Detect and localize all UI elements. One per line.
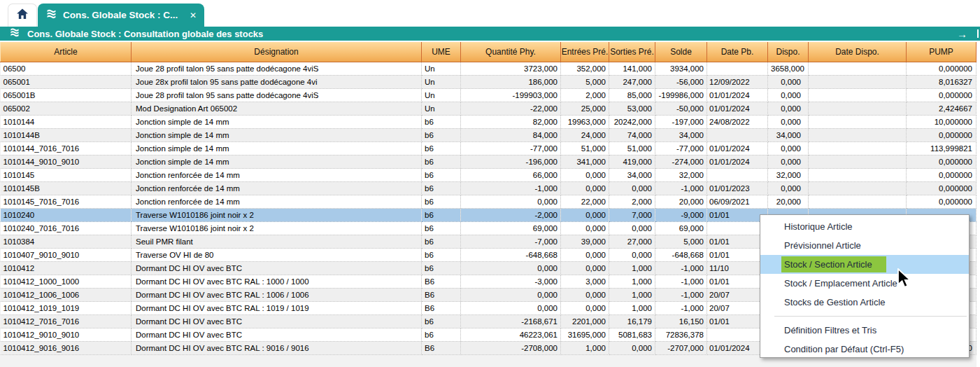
cell-quantite_phy: -3,000 [461,275,561,288]
cell-sorties_pre: 34,000 [609,168,655,181]
cell-designation: Dormant DC HI OV avec BTC RAL : 9016 / 9… [132,341,422,354]
cell-date_pb: 24/08/2022 [707,115,768,128]
cell-entrees_pre: 1,000 [561,341,609,354]
header-row: ArticleDésignationUMEQuantité Phy.Entrée… [1,41,977,62]
column-header-article[interactable]: Article [1,41,132,62]
table-row[interactable]: 1010144BJonction simple de 14 mmb684,000… [1,128,977,141]
cell-quantite_phy: -1,000 [461,181,561,195]
table-row[interactable]: 06500Joue 28 profil talon 95 sans patte … [1,62,977,75]
menu-item-stock-section-article[interactable]: Stock / Section Article [760,255,969,274]
cell-article: 065001 [1,75,132,88]
menu-separator [774,316,967,317]
cell-entrees_pre: 341,000 [561,155,609,168]
cell-article: 1010412_1006_1006 [1,288,132,301]
column-header-solde[interactable]: Solde [655,41,707,62]
cell-quantite_phy: 66,000 [461,168,561,181]
cell-sorties_pre: 1,000 [609,301,655,314]
cell-solde: -2707,000 [655,341,707,354]
menu-item-condition-par-d-faut-ctrl-f5[interactable]: Condition par Défaut (Ctrl-F5) [760,340,969,359]
column-header-quantite_phy[interactable]: Quantité Phy. [461,41,561,62]
tab-cons-globale-stock[interactable]: Cons. Globale Stock : C... ✕ [38,4,204,27]
cell-article: 1010412_1019_1019 [1,301,132,314]
cell-article: 1010144 [1,115,132,128]
cell-quantite_phy: 3723,000 [461,62,561,75]
close-icon[interactable]: ✕ [184,11,204,20]
cell-dispo: 20,000 [768,195,809,208]
cell-designation: Traverse OV HI de 80 [132,248,422,261]
cell-date_pb: 20/07 [707,288,768,301]
cell-entrees_pre: 0,000 [561,181,609,195]
cell-dispo: 34,000 [768,128,809,141]
table-row[interactable]: 065001Joue 28x profil talon 95 sans patt… [1,75,977,88]
cell-date_dispo [809,168,907,181]
column-header-designation[interactable]: Désignation [132,41,422,62]
cell-sorties_pre: 247,000 [609,75,655,88]
cell-dispo: 0,000 [768,88,809,102]
table-row[interactable]: 1010145Jonction renforcée de 14 mmb666,0… [1,168,977,181]
table-row[interactable]: 1010144_7016_7016Jonction simple de 14 m… [1,141,977,155]
cell-date_pb: 01/01 [707,314,768,328]
cell-date_pb: 01/01/2024 [707,141,768,155]
cell-entrees_pre: 0,000 [561,208,609,221]
menu-item-pr-visionnel-article[interactable]: Prévisionnel Article [760,236,969,255]
column-header-ume[interactable]: UME [422,41,461,62]
menu-item-d-finition-filtres-et-tris[interactable]: Définition Filtres et Tris [760,321,969,340]
cell-designation: Jonction simple de 14 mm [132,115,422,128]
menu-item-stocks-de-gestion-article[interactable]: Stocks de Gestion Article [760,293,969,312]
table-row[interactable]: 1010145_7016_7016Jonction renforcée de 1… [1,195,977,208]
cell-solde: 20,000 [655,195,707,208]
cell-ume: b6 [422,248,461,261]
table-row[interactable]: 065001BJoue 28 profil talon 95 sans patt… [1,88,977,102]
cell-designation: Dormant DC HI OV avec BTC RAL : 1000 / 1… [132,275,422,288]
cell-sorties_pre: 16,179 [609,314,655,328]
cell-quantite_phy: -2,000 [461,208,561,221]
cell-sorties_pre: 85,000 [609,88,655,102]
cell-entrees_pre: 22,000 [561,195,609,208]
cell-solde: -1,000 [655,288,707,301]
column-header-pump[interactable]: PUMP [907,41,977,62]
cell-quantite_phy: 82,000 [461,115,561,128]
column-header-date_dispo[interactable]: Date Dispo. [809,41,907,62]
cell-designation: Traverse W1010186 joint noir x 2 [132,208,422,221]
cell-article: 1010412_7016_7016 [1,314,132,328]
cell-article: 1010145_7016_7016 [1,195,132,208]
cell-dispo: 0,000 [768,155,809,168]
table-row[interactable]: 1010145BJonction renforcée de 14 mmb6-1,… [1,181,977,195]
cell-pump: 0,000000 [907,128,977,141]
cell-entrees_pre: 0,000 [561,221,609,235]
cell-pump: 10,000000 [907,115,977,128]
table-row[interactable]: 1010144Jonction simple de 14 mmb682,0001… [1,115,977,128]
column-header-entrees_pre[interactable]: Entrées Pré. [561,41,609,62]
cell-entrees_pre: 3,000 [561,275,609,288]
cell-quantite_phy: 0,000 [461,288,561,301]
cell-sorties_pre: 419,000 [609,155,655,168]
menu-item-historique-article[interactable]: Historique Article [760,217,969,236]
cell-article: 1010412_9010_9010 [1,328,132,341]
cell-designation: Traverse W1010186 joint noir x 2 [132,221,422,235]
cell-designation: Joue 28x profil talon 95 sans patte dodé… [132,75,422,88]
cell-solde: -648,668 [655,248,707,261]
column-header-dispo[interactable]: Dispo. [768,41,809,62]
cell-article: 1010145B [1,181,132,195]
cell-date_pb: 01/01 [707,235,768,248]
cell-date_pb: 01/01/2024 [707,102,768,115]
column-header-date_pb[interactable]: Date Pb. [707,41,768,62]
cell-designation: Jonction renforcée de 14 mm [132,181,422,195]
menu-item-label: Condition par Défaut (Ctrl-F5) [784,344,904,354]
table-row[interactable]: 1010144_9010_9010Jonction simple de 14 m… [1,155,977,168]
cell-sorties_pre: 74,000 [609,128,655,141]
cell-designation: Mod Designation Art 065002 [132,102,422,115]
cell-article: 1010144_7016_7016 [1,141,132,155]
cell-ume: Un [422,62,461,75]
menu-item-label: Définition Filtres et Tris [784,325,876,335]
cell-date_dispo [809,181,907,195]
home-tab[interactable] [8,4,37,27]
table-row[interactable]: 065002Mod Designation Art 065002Un-22,00… [1,102,977,115]
stock-icon [45,8,57,22]
cell-entrees_pre: 51,000 [561,141,609,155]
cell-article: 1010145 [1,168,132,181]
cell-quantite_phy: -2708,000 [461,341,561,354]
menu-item-stock-emplacement-article[interactable]: Stock / Emplacement Article [760,274,969,293]
column-header-sorties_pre[interactable]: Sorties Pré. [609,41,655,62]
cell-pump: 0,000000 [907,62,977,75]
